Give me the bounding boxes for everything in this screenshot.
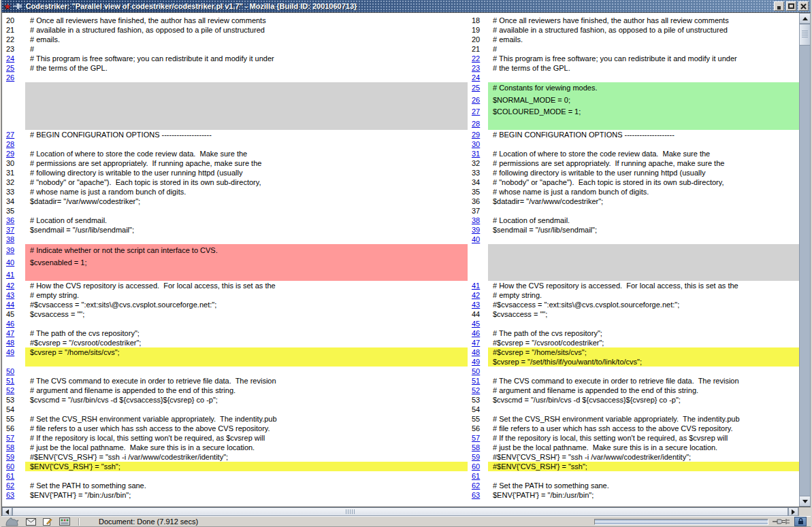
line-number-link[interactable]: 25 — [2, 63, 25, 73]
code-text — [25, 139, 468, 149]
addressbook-icon[interactable] — [59, 517, 70, 526]
line-number-link[interactable]: 52 — [2, 386, 25, 395]
code-row: 27$COLOURED_MODE = 1; — [468, 106, 799, 118]
code-text: # How the CVS repository is accessed. Fo… — [25, 281, 468, 290]
code-row: 42# empty string. — [468, 290, 799, 300]
line-number-link[interactable]: 26 — [468, 95, 488, 107]
line-number-link[interactable]: 31 — [468, 149, 488, 158]
line-number-link[interactable]: 51 — [2, 376, 25, 386]
line-number-link[interactable]: 44 — [2, 300, 25, 309]
line-number-link[interactable]: 28 — [2, 139, 25, 149]
line-number-link[interactable]: 59 — [468, 452, 488, 462]
line-number-link[interactable]: 43 — [2, 290, 25, 300]
scroll-down-button[interactable] — [799, 496, 811, 507]
line-number-link[interactable]: 50 — [2, 367, 25, 376]
line-number-link[interactable]: 46 — [2, 319, 25, 328]
line-number-link[interactable]: 38 — [2, 235, 25, 244]
scroll-left-button[interactable] — [2, 507, 12, 516]
line-number-link[interactable]: 41 — [468, 281, 488, 290]
line-number-link[interactable]: 42 — [2, 281, 25, 290]
line-number-link[interactable]: 62 — [2, 481, 25, 490]
horizontal-scrollbar-thumb[interactable] — [12, 507, 788, 516]
close-button[interactable] — [798, 1, 809, 11]
scroll-up-button[interactable] — [799, 13, 811, 24]
vertical-scrollbar[interactable] — [799, 13, 811, 507]
line-number: 21 — [2, 25, 25, 35]
line-number-link[interactable]: 60 — [2, 462, 25, 471]
line-number-link[interactable]: 63 — [468, 490, 488, 500]
line-number: 35 — [468, 187, 488, 197]
line-number-link[interactable]: 22 — [468, 54, 488, 63]
code-text: $cvsaccess = ""; — [488, 309, 799, 319]
code-text: $sendmail = "/usr/lib/sendmail"; — [488, 225, 799, 235]
line-number-link[interactable]: 58 — [2, 443, 25, 452]
line-number-link[interactable]: 36 — [2, 216, 25, 225]
line-number: 30 — [2, 158, 25, 168]
line-number-link[interactable]: 57 — [468, 433, 488, 443]
maximize-button[interactable] — [786, 1, 796, 11]
line-number-link[interactable]: 49 — [468, 357, 488, 367]
code-row: 39# Indicate whether or not the script c… — [2, 244, 468, 256]
line-number-link[interactable]: 48 — [468, 347, 488, 357]
line-number-link[interactable]: 39 — [468, 225, 488, 235]
line-number — [2, 82, 25, 130]
compose-icon[interactable] — [43, 517, 52, 526]
line-number-link[interactable]: 59 — [2, 452, 25, 462]
line-number-link[interactable]: 47 — [468, 338, 488, 347]
line-number-link[interactable]: 38 — [468, 216, 488, 225]
line-number-link[interactable]: 41 — [2, 269, 25, 281]
line-number-link[interactable]: 26 — [2, 73, 25, 82]
line-number: 53 — [2, 395, 25, 405]
mozilla-icon[interactable] — [5, 517, 19, 526]
vertical-scrollbar-track[interactable] — [799, 46, 811, 496]
code-text — [25, 73, 468, 82]
line-number-link[interactable]: 25 — [468, 82, 488, 95]
code-text: # emails. — [488, 35, 799, 44]
line-number-link[interactable]: 46 — [468, 328, 488, 338]
line-number-link[interactable]: 27 — [2, 130, 25, 139]
line-number-link[interactable]: 29 — [468, 130, 488, 139]
line-number-link[interactable]: 61 — [2, 471, 25, 481]
line-number-link[interactable]: 28 — [468, 118, 488, 131]
code-row: 23# the terms of the GPL. — [468, 63, 799, 73]
line-number-link[interactable]: 47 — [2, 328, 25, 338]
code-text: # Location of sendmail. — [488, 216, 799, 225]
line-number-link[interactable]: 63 — [2, 490, 25, 500]
security-lock-icon[interactable] — [794, 517, 807, 526]
line-number-link[interactable]: 58 — [468, 443, 488, 452]
scrollbar-grip[interactable] — [346, 509, 355, 514]
line-number-link[interactable]: 30 — [468, 139, 488, 149]
line-number-link[interactable]: 29 — [2, 149, 25, 158]
code-text — [488, 235, 799, 244]
mail-icon[interactable] — [26, 518, 36, 526]
horizontal-scrollbar[interactable] — [1, 507, 811, 516]
line-number-link[interactable]: 43 — [468, 300, 488, 309]
code-row: 25# Constants for viewing modes. — [468, 82, 799, 95]
line-number-link[interactable]: 51 — [468, 376, 488, 386]
line-number-link[interactable]: 39 — [2, 244, 25, 256]
line-number-link[interactable]: 49 — [2, 347, 25, 357]
line-number-link[interactable]: 24 — [2, 54, 25, 63]
vertical-scrollbar-thumb[interactable] — [799, 24, 811, 46]
line-number-link[interactable]: 50 — [468, 367, 488, 376]
line-number-link[interactable]: 52 — [468, 386, 488, 395]
line-number-link[interactable]: 23 — [468, 63, 488, 73]
title-bar[interactable]: ★ Codestriker: "Parallel view of codestr… — [1, 0, 811, 12]
line-number-link[interactable]: 40 — [2, 256, 25, 269]
scroll-right-button[interactable] — [788, 507, 798, 516]
line-number-link[interactable]: 60 — [468, 462, 488, 471]
line-number-link[interactable]: 24 — [468, 73, 488, 82]
line-number-link[interactable]: 42 — [468, 290, 488, 300]
line-number-link[interactable]: 61 — [468, 471, 488, 481]
line-number-link[interactable]: 62 — [468, 481, 488, 490]
window-pin-icon[interactable] — [13, 3, 23, 10]
minimize-button[interactable] — [774, 1, 784, 11]
line-number-link[interactable]: 45 — [468, 319, 488, 328]
line-number-link[interactable]: 37 — [2, 225, 25, 235]
line-number-link[interactable]: 27 — [468, 106, 488, 118]
line-number: 55 — [468, 414, 488, 424]
line-number-link[interactable]: 57 — [2, 433, 25, 443]
line-number-link[interactable]: 40 — [468, 235, 488, 244]
line-number-link[interactable]: 48 — [2, 338, 25, 347]
code-row: 42# How the CVS repository is accessed. … — [2, 281, 468, 290]
